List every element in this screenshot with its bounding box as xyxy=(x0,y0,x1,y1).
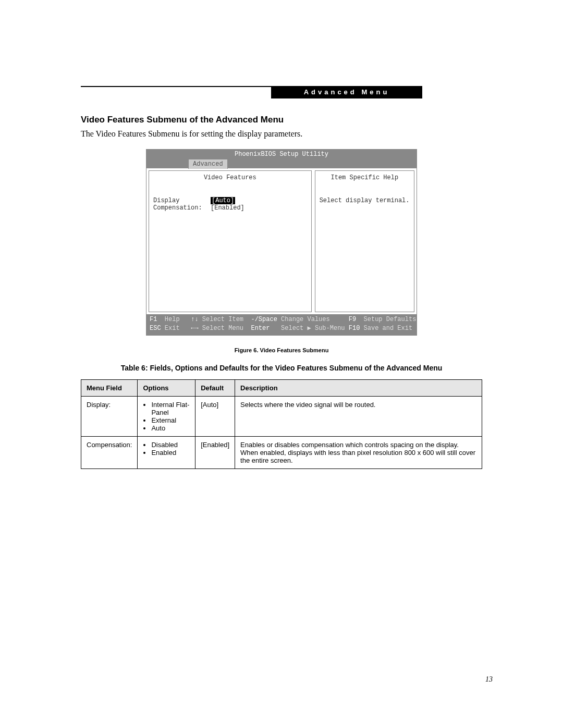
fields-table: Menu Field Options Default Description D… xyxy=(81,379,482,469)
bios-key-enter-label: Select ▶ Sub-Menu xyxy=(281,324,349,333)
bios-help-text: Select display terminal. xyxy=(320,197,410,204)
th-options: Options xyxy=(138,379,195,396)
table-row: Compensation: Disabled Enabled [Enabled]… xyxy=(81,436,482,468)
section-badge: Advanced Menu xyxy=(271,86,422,98)
figure-caption: Figure 6. Video Features Submenu xyxy=(81,347,482,353)
option-item: External xyxy=(151,416,190,424)
bios-key-enter: Enter xyxy=(251,324,281,333)
th-menu-field: Menu Field xyxy=(81,379,138,396)
page-number: 13 xyxy=(485,675,493,684)
bios-key-f1-label: Help xyxy=(165,315,191,324)
bios-footer: F1 Help ↑↓ Select Item -/Space Change Va… xyxy=(146,314,417,335)
section-intro: The Video Features Submenu is for settin… xyxy=(81,129,482,139)
section-body: Video Features Submenu of the Advanced M… xyxy=(81,115,482,469)
bios-row-value: [Enabled] xyxy=(211,204,244,212)
option-item: Auto xyxy=(151,424,190,432)
bios-key-f10-label: Save and Exit xyxy=(364,324,413,333)
bios-panel-right: Item Specific Help Select display termin… xyxy=(315,170,414,312)
bios-tab-advanced: Advanced xyxy=(188,159,228,169)
bios-row-compensation: Compensation: [Enabled] xyxy=(153,204,307,212)
document-page: Advanced Menu Video Features Submenu of … xyxy=(0,0,563,728)
bios-row-label: Display xyxy=(153,197,211,204)
bios-key-f1: F1 xyxy=(150,315,165,324)
table-header-row: Menu Field Options Default Description xyxy=(81,379,482,396)
section-title: Video Features Submenu of the Advanced M… xyxy=(81,115,482,125)
cell-description: Enables or disables compensation which c… xyxy=(235,436,482,468)
cell-field: Display: xyxy=(81,396,138,436)
bios-key-leftright: ←→ xyxy=(191,324,202,333)
bios-tabbar: Advanced xyxy=(146,159,417,168)
cell-default: [Auto] xyxy=(195,396,235,436)
bios-key-updown: ↑↓ xyxy=(191,315,202,324)
bios-key-f10: F10 xyxy=(349,324,364,333)
option-item: Disabled xyxy=(151,441,190,449)
table-caption: Table 6: Fields, Options and Defaults fo… xyxy=(81,364,482,372)
cell-description: Selects where the video signal will be r… xyxy=(235,396,482,436)
bios-key-esc-label: Exit xyxy=(165,324,191,333)
bios-key-space-label: Change Values xyxy=(281,315,349,324)
bios-key-space: -/Space xyxy=(251,315,281,324)
bios-key-leftright-label: Select Menu xyxy=(202,324,251,333)
bios-row-display: Display [Auto] xyxy=(153,197,307,204)
option-item: Internal Flat-Panel xyxy=(151,401,190,416)
cell-field: Compensation: xyxy=(81,436,138,468)
cell-options: Disabled Enabled xyxy=(138,436,195,468)
th-description: Description xyxy=(235,379,482,396)
bios-title: PhoenixBIOS Setup Utility xyxy=(146,150,417,159)
bios-key-f9: F9 xyxy=(349,315,364,324)
th-default: Default xyxy=(195,379,235,396)
bios-panel-left: Video Features Display [Auto] Compensati… xyxy=(149,170,312,312)
bios-key-updown-label: Select Item xyxy=(202,315,251,324)
bios-row-value-selected: [Auto] xyxy=(211,197,235,204)
cell-options: Internal Flat-Panel External Auto xyxy=(138,396,195,436)
bios-row-label: Compensation: xyxy=(153,204,211,212)
bios-key-esc: ESC xyxy=(150,324,165,333)
bios-screenshot: PhoenixBIOS Setup Utility Advanced Video… xyxy=(146,149,417,336)
table-row: Display: Internal Flat-Panel External Au… xyxy=(81,396,482,436)
option-item: Enabled xyxy=(151,449,190,456)
cell-default: [Enabled] xyxy=(195,436,235,468)
bios-right-title: Item Specific Help xyxy=(320,174,410,181)
bios-left-title: Video Features xyxy=(153,174,307,181)
bios-key-f9-label: Setup Defaults xyxy=(364,315,417,324)
